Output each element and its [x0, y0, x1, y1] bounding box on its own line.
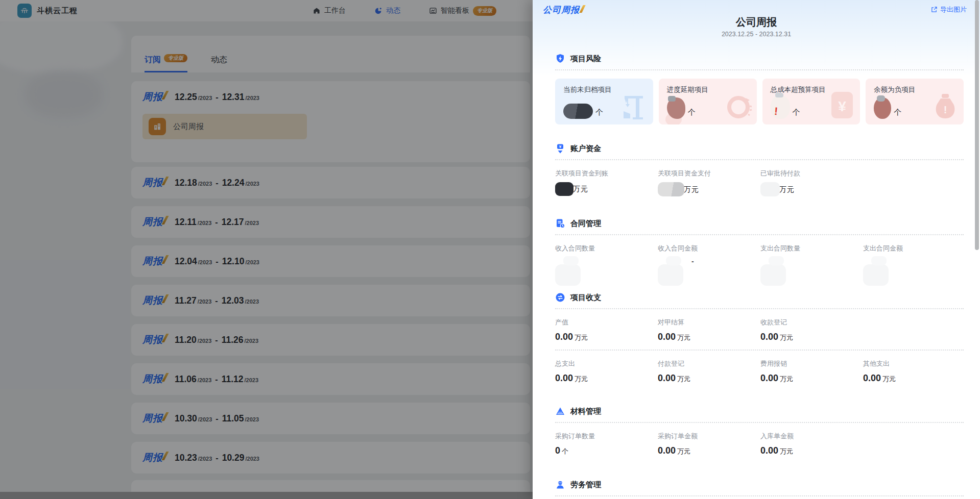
stat-cell: 对甲结算 0.00万元: [658, 318, 760, 342]
stat-income-contract-amount: 收入合同金额 -: [658, 244, 760, 286]
stat-label: 产值: [555, 318, 658, 327]
stat-value: 0.00: [555, 373, 573, 384]
dashed-divider: [555, 308, 964, 309]
panel-scrollbar-thumb[interactable]: [975, 0, 979, 250]
stat-unit: 万元: [677, 333, 690, 342]
svg-text:¥: ¥: [838, 98, 846, 114]
stat-cell: 其他支出 0.00万元: [863, 359, 966, 384]
stat-label: 付款登记: [658, 359, 760, 368]
section-labor-management: 劳务管理: [555, 479, 964, 496]
redacted-value: [863, 264, 889, 286]
risk-card-over-budget: 总成本超预算项目 个 ¥: [762, 79, 861, 124]
screen: 斗栱云工程 工作台 动态 智能看板 专业版: [0, 0, 980, 499]
redacted-value: [658, 182, 684, 196]
company-weekly-report-panel: 公司周报 导出图片 公司周报 2023.12.25 - 2023.12.31 项…: [533, 0, 980, 499]
stat-income-contract-count: 收入合同数量: [555, 244, 658, 286]
section-project-risk: 项目风险 当前未归档项目 个 进度延期项目 个 总成本超预算项目 个 ¥: [555, 53, 964, 124]
material-pile-icon: [555, 406, 565, 416]
section-title: 劳务管理: [570, 480, 601, 490]
risk-card-unarchived: 当前未归档项目 个: [555, 79, 653, 124]
stat-value: 0.00: [658, 445, 676, 456]
dashed-divider: [555, 159, 964, 160]
income-row-2: 总支出 0.00万元 付款登记 0.00万元 费用报销 0.00万元: [555, 359, 964, 384]
stat-cell: 总支出 0.00万元: [555, 359, 658, 384]
stat-label: 收入合同金额: [658, 244, 760, 253]
risk-card-unit: 个: [688, 108, 696, 119]
transfer-icon: [555, 292, 565, 303]
stat-value: 0.00: [555, 332, 573, 342]
export-image-button[interactable]: 导出图片: [930, 5, 967, 14]
stat-cell: 收款登记 0.00万元: [760, 318, 863, 342]
stat-value: 0.00: [760, 332, 778, 342]
risk-card-title: 进度延期项目: [667, 85, 757, 94]
stat-label: 收款登记: [760, 318, 863, 327]
section-title: 材料管理: [570, 407, 601, 416]
stat-cell: 产值 0.00万元: [555, 318, 658, 342]
stat-label: 已审批待付款: [760, 169, 863, 178]
stat-cell: 采购订单数量 0个: [555, 432, 658, 456]
stat-expense-contract-count: 支出合同数量: [760, 244, 863, 286]
money-in-icon: ¥: [555, 143, 565, 154]
worker-icon: [555, 480, 565, 490]
stat-unit: 万元: [780, 447, 793, 456]
stat-unit: 万元: [684, 185, 699, 194]
stat-approved-pending: 已审批待付款 万元: [760, 169, 863, 196]
stat-cell: 付款登记 0.00万元: [658, 359, 760, 384]
section-title: 合同管理: [570, 219, 601, 229]
stat-cell: 入库单金额 0.00万元: [760, 432, 863, 456]
stat-label: 总支出: [555, 359, 658, 368]
section-material-management: 材料管理 采购订单数量 0个 采购订单金额 0.00万元 入: [555, 406, 964, 456]
dashed-divider: [555, 69, 964, 70]
stat-unit: 个: [562, 447, 568, 456]
stat-label: 关联项目资金到账: [555, 169, 658, 178]
stat-unit: 万元: [677, 447, 690, 456]
stat-value: 0.00: [658, 373, 676, 384]
income-row-1: 产值 0.00万元 对甲结算 0.00万元 收款登记 0.00万元: [555, 318, 964, 342]
stat-funds-paid: 关联项目资金支付 万元: [658, 169, 760, 196]
redacted-value: [874, 97, 891, 119]
redacted-value: [760, 264, 786, 286]
tower-crane-icon: [620, 93, 649, 121]
svg-text:¥: ¥: [559, 144, 562, 149]
section-title: 项目风险: [570, 54, 601, 64]
modal-backdrop[interactable]: [0, 0, 533, 499]
risk-card-negative-balance: 余额为负项目 个 !: [866, 79, 964, 124]
dashed-divider: [555, 350, 964, 351]
section-title: 账户资金: [570, 144, 601, 154]
section-title: 项目收支: [570, 293, 601, 303]
money-bag-alert-icon: !: [931, 92, 960, 121]
stat-unit: 万元: [779, 185, 794, 194]
export-icon: [930, 6, 938, 13]
stat-value: 0.00: [760, 373, 778, 384]
risk-card-unit: 个: [793, 108, 800, 119]
report-title: 公司周报: [533, 15, 980, 29]
stat-label: 其他支出: [863, 359, 966, 368]
svg-text:!: !: [944, 104, 947, 115]
report-date-range: 2023.12.25 - 2023.12.31: [533, 31, 980, 38]
risk-card-delayed: 进度延期项目 个: [659, 79, 757, 124]
stat-label: 支出合同金额: [863, 244, 966, 253]
stat-label: 支出合同数量: [760, 244, 863, 253]
section-project-income-expense: 项目收支 产值 0.00万元 对甲结算 0.00万元 收款登: [555, 292, 964, 384]
stat-unit: 万元: [573, 184, 588, 194]
stat-unit: 万元: [780, 333, 793, 342]
redacted-value: [667, 97, 685, 119]
risk-card-title: 余额为负项目: [874, 85, 964, 94]
delay-clock-icon: [723, 92, 753, 121]
dashed-divider: [555, 495, 964, 496]
stat-label: 费用报销: [760, 359, 863, 368]
stat-unit: 万元: [882, 375, 896, 384]
redacted-value: [760, 182, 780, 196]
stat-label: 对甲结算: [658, 318, 760, 327]
stat-partial-value: -: [691, 257, 694, 265]
stat-value: 0.00: [863, 373, 881, 384]
shield-bolt-icon: [555, 54, 565, 64]
stat-unit: 万元: [780, 375, 793, 384]
stat-unit: 万元: [575, 375, 588, 384]
stat-label: 采购订单金额: [658, 432, 760, 441]
section-account-funds: ¥ 账户资金 关联项目资金到账 万元 关联项目资金支付 万元 已审批待付款 万元: [555, 143, 964, 196]
stat-value: 0: [555, 445, 560, 456]
stat-label: 关联项目资金支付: [658, 169, 760, 178]
stat-value: 0.00: [760, 445, 778, 456]
dashed-divider: [555, 422, 964, 423]
